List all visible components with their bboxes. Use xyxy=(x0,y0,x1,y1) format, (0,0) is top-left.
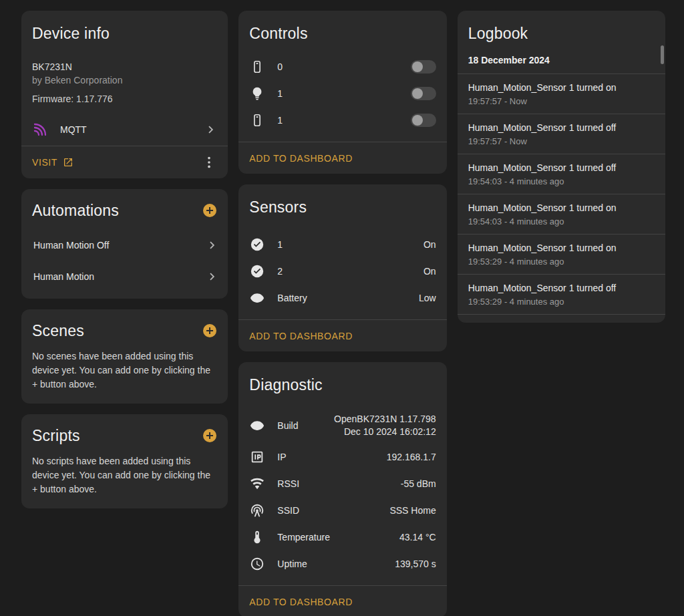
device-info-card: Device info BK7231N by Beken Corporation… xyxy=(21,11,228,178)
diagnostic-row[interactable]: IP 192.168.1.7 xyxy=(238,444,446,470)
toggle-switch[interactable] xyxy=(411,87,436,100)
toggle-thumb xyxy=(412,115,423,126)
controls-card: Controls 0 xyxy=(238,11,446,174)
control-label: 0 xyxy=(277,61,398,72)
wifi-icon xyxy=(249,476,265,491)
thermometer-icon xyxy=(249,530,265,545)
dots-vertical-icon xyxy=(202,155,216,170)
device-firmware: Firmware: 1.17.776 xyxy=(32,92,217,106)
lightbulb-icon xyxy=(249,86,265,101)
control-label: 1 xyxy=(277,88,398,99)
sensor-value: Low xyxy=(419,293,436,303)
overflow-menu-button[interactable] xyxy=(197,150,221,174)
automation-item[interactable]: Human Motion Off xyxy=(21,229,228,261)
logbook-entry[interactable]: Human_Motion_Sensor 1 turned off 19:54:0… xyxy=(458,154,665,194)
logbook-message: Human_Motion_Sensor 1 turned on xyxy=(468,202,655,214)
control-row[interactable]: 1 xyxy=(238,107,446,134)
device-model: BK7231N xyxy=(32,60,217,73)
diagnostic-row[interactable]: RSSI -55 dBm xyxy=(238,470,446,497)
controls-rows: 0 1 xyxy=(238,53,446,142)
check-circle-icon xyxy=(249,264,265,279)
logbook-message: Human_Motion_Sensor 1 turned off xyxy=(468,122,655,134)
scripts-card: Scripts No scripts have been added using… xyxy=(21,414,228,508)
control-row[interactable]: 1 xyxy=(238,80,446,107)
diagnostic-row[interactable]: Build OpenBK7231N 1.17.798 Dec 10 2024 1… xyxy=(238,408,446,444)
logbook-entry[interactable]: Human_Motion_Sensor 1 turned on 19:53:29… xyxy=(458,235,665,275)
switch-icon xyxy=(249,113,265,128)
sensor-label: 1 xyxy=(277,239,411,250)
config-entry-mqtt[interactable]: MQTT xyxy=(21,114,228,146)
sensor-row[interactable]: 2 On xyxy=(238,258,446,285)
automation-item-label: Human Motion Off xyxy=(33,240,109,251)
plus-circle-icon xyxy=(202,323,218,339)
diagnostic-label: SSID xyxy=(277,505,377,516)
chevron-right-icon xyxy=(205,238,220,253)
diagnostic-add-to-dashboard-button[interactable]: ADD TO DASHBOARD xyxy=(238,586,446,616)
sensors-add-to-dashboard-button[interactable]: ADD TO DASHBOARD xyxy=(238,320,446,351)
device-page: Device info BK7231N by Beken Corporation… xyxy=(0,0,684,616)
plus-circle-icon xyxy=(202,428,218,444)
diagnostic-value: 192.168.1.7 xyxy=(387,452,436,462)
logbook-message: Human_Motion_Sensor 1 turned off xyxy=(468,282,655,295)
diagnostic-row[interactable]: Uptime 139,570 s xyxy=(238,551,446,577)
logbook-time: 19:54:03 - 4 minutes ago xyxy=(468,216,655,227)
sensor-value: On xyxy=(423,239,436,250)
sensor-row[interactable]: 1 On xyxy=(238,231,446,258)
scenes-title: Scenes xyxy=(32,321,84,340)
add-automation-button[interactable] xyxy=(201,202,218,219)
diagnostic-value: OpenBK7231N 1.17.798 Dec 10 2024 16:02:1… xyxy=(334,413,436,438)
logbook-scrollbar[interactable] xyxy=(661,45,664,64)
plus-circle-icon xyxy=(202,202,218,218)
logbook-message: Human_Motion_Sensor 1 turned on xyxy=(468,82,655,94)
diagnostic-row[interactable]: Temperature 43.14 °C xyxy=(238,524,446,551)
logbook-entry[interactable]: Human_Motion_Sensor 1 turned off 19:57:5… xyxy=(458,114,665,154)
visit-button[interactable]: VISIT xyxy=(32,157,73,168)
control-row[interactable]: 0 xyxy=(238,53,446,80)
automation-item[interactable]: Human Motion xyxy=(21,261,228,292)
sensor-label: Battery xyxy=(277,293,407,303)
toggle-switch[interactable] xyxy=(411,114,436,127)
access-point-icon xyxy=(249,503,265,518)
scripts-empty-text: No scripts have been added using this de… xyxy=(21,445,228,508)
add-scene-button[interactable] xyxy=(201,322,218,339)
controls-add-to-dashboard-button[interactable]: ADD TO DASHBOARD xyxy=(238,142,446,174)
eye-icon xyxy=(249,418,265,433)
add-script-button[interactable] xyxy=(201,427,218,444)
sensor-value: On xyxy=(423,266,436,277)
controls-title: Controls xyxy=(238,11,446,43)
diagnostic-card: Diagnostic Build OpenBK7231N 1.17.798 De… xyxy=(238,362,446,616)
logbook-title: Logbook xyxy=(458,11,665,43)
diagnostic-label: RSSI xyxy=(277,478,388,489)
scenes-card: Scenes No scenes have been added using t… xyxy=(21,309,228,404)
right-column: Logbook 18 December 2024 Human_Motion_Se… xyxy=(458,11,665,323)
toggle-thumb xyxy=(412,88,423,99)
logbook-time: 19:57:57 - Now xyxy=(468,136,655,147)
diagnostic-row[interactable]: SSID SSS Home xyxy=(238,497,446,524)
open-in-new-icon xyxy=(63,157,73,168)
sensors-rows: 1 On 2 On Battery xyxy=(238,231,446,319)
chevron-right-icon xyxy=(204,122,218,137)
toggle-switch[interactable] xyxy=(411,60,436,73)
logbook-entry[interactable]: Human_Motion_Sensor 1 turned on 19:57:57… xyxy=(458,74,665,114)
device-info-footer: VISIT xyxy=(21,146,228,178)
diagnostic-title: Diagnostic xyxy=(238,362,446,394)
visit-label: VISIT xyxy=(32,157,57,168)
scenes-header: Scenes xyxy=(21,309,228,340)
build-version: OpenBK7231N 1.17.798 xyxy=(334,413,436,426)
scripts-header: Scripts xyxy=(21,414,228,445)
device-details: BK7231N by Beken Corporation Firmware: 1… xyxy=(21,43,228,106)
device-info-title: Device info xyxy=(21,11,228,43)
sensor-label: 2 xyxy=(277,266,411,277)
left-column: Device info BK7231N by Beken Corporation… xyxy=(21,11,228,508)
logbook-message: Human_Motion_Sensor 1 turned off xyxy=(468,162,655,174)
sensors-title: Sensors xyxy=(238,184,446,216)
logbook-entry[interactable]: Human_Motion_Sensor 1 turned on 19:54:03… xyxy=(458,194,665,235)
device-manufacturer: by Beken Corporation xyxy=(32,73,217,87)
automations-list: Human Motion Off Human Motion xyxy=(21,229,228,299)
sensor-row[interactable]: Battery Low xyxy=(238,285,446,311)
sensors-card: Sensors 1 On 2 On xyxy=(238,184,446,351)
logbook-date-header: 18 December 2024 xyxy=(458,43,665,74)
chevron-right-icon xyxy=(205,269,220,284)
diagnostic-value: 139,570 s xyxy=(395,559,436,569)
logbook-entry[interactable]: Human_Motion_Sensor 1 turned off 19:53:2… xyxy=(458,275,665,315)
